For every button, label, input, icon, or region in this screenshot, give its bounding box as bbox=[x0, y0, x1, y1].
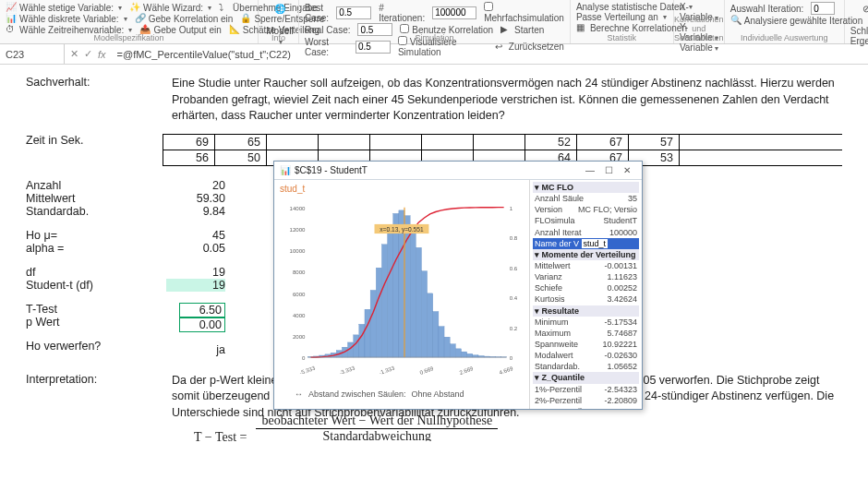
svg-rect-27 bbox=[381, 245, 387, 357]
val-ho: 45 bbox=[166, 229, 225, 242]
group-info: Info bbox=[259, 33, 298, 42]
histogram-chart: 1400012000100008000600040002000010.80.60… bbox=[280, 194, 524, 388]
svg-rect-35 bbox=[428, 293, 433, 357]
group-indiv: Individuelle Auswertung bbox=[725, 33, 844, 42]
svg-text:0.8: 0.8 bbox=[510, 234, 518, 241]
wizard-icon: ✨ bbox=[129, 2, 140, 13]
chart-series-label: stud_t bbox=[280, 184, 524, 194]
svg-text:-1.333: -1.333 bbox=[378, 365, 395, 377]
svg-text:14000: 14000 bbox=[290, 205, 307, 211]
table-cell bbox=[266, 135, 318, 150]
slider-icon[interactable]: ↔ bbox=[295, 389, 303, 399]
name-box[interactable]: C23 bbox=[0, 44, 65, 64]
lbl-std: Standardab. bbox=[26, 205, 148, 218]
svg-rect-23 bbox=[359, 324, 365, 357]
dialog-titlebar[interactable]: 📊 $C$19 - StudentT — ☐ ✕ bbox=[274, 162, 642, 180]
svg-rect-43 bbox=[473, 355, 478, 357]
input-iter[interactable] bbox=[432, 6, 476, 19]
table-cell: 50 bbox=[214, 150, 266, 165]
grid-icon: ▦ bbox=[576, 22, 587, 33]
accept-icon: ⤵ bbox=[219, 2, 230, 13]
svg-rect-32 bbox=[410, 228, 416, 357]
close-results-icon: ⊘ bbox=[856, 4, 868, 24]
svg-rect-25 bbox=[370, 290, 376, 357]
svg-text:x=0.13, y=0.551: x=0.13, y=0.551 bbox=[380, 226, 424, 234]
svg-text:0.4: 0.4 bbox=[510, 294, 518, 301]
lbl-sachverhalt: Sachverhalt: bbox=[26, 76, 148, 125]
chart-title-icon: 📊 bbox=[280, 165, 291, 175]
chk-benutze[interactable] bbox=[400, 24, 409, 33]
lock-icon: 🔒 bbox=[240, 13, 251, 24]
val-studt: 19 bbox=[166, 279, 225, 292]
group-korrsens: Korrelationen und Sensitivitäten bbox=[674, 15, 724, 42]
lbl-interp: Interpretation: bbox=[26, 373, 148, 422]
undo-icon: ↩ bbox=[495, 42, 506, 53]
table-cell: 67 bbox=[576, 135, 628, 150]
lbl-abstand: Abstand zwischen Säulen: bbox=[308, 389, 406, 399]
maximize-icon[interactable]: ☐ bbox=[599, 165, 618, 175]
worksheet[interactable]: Sachverhalt: Eine Studie unter Raucher s… bbox=[0, 65, 868, 441]
minimize-icon[interactable]: — bbox=[581, 165, 599, 175]
btn-korr-ein[interactable]: 🔗Gebe Korrelation ein bbox=[135, 13, 234, 24]
svg-text:0.669: 0.669 bbox=[418, 365, 434, 376]
group-modelspec: Modellspezifikation bbox=[0, 33, 258, 42]
svg-rect-36 bbox=[433, 311, 439, 357]
svg-rect-37 bbox=[439, 327, 444, 357]
group-simulation: Simulation bbox=[299, 33, 570, 42]
svg-text:-3.333: -3.333 bbox=[338, 365, 356, 377]
table-cell bbox=[318, 135, 369, 150]
lbl-alpha: alpha = bbox=[26, 242, 148, 255]
val-df: 19 bbox=[166, 266, 225, 279]
svg-text:0.2: 0.2 bbox=[510, 325, 518, 331]
svg-text:4.669: 4.669 bbox=[499, 365, 514, 376]
svg-text:2.669: 2.669 bbox=[458, 365, 474, 376]
table-cell: 56 bbox=[163, 150, 214, 165]
bars-icon: 📊 bbox=[6, 13, 17, 24]
fx-icon[interactable]: fx bbox=[98, 49, 106, 60]
svg-text:-5.333: -5.333 bbox=[298, 365, 316, 377]
svg-rect-33 bbox=[416, 247, 421, 357]
link-icon: 🔗 bbox=[135, 13, 146, 24]
svg-rect-34 bbox=[421, 271, 427, 357]
chart-dialog[interactable]: 📊 $C$19 - StudentT — ☐ ✕ stud_t 14000120… bbox=[273, 161, 643, 410]
btn-berechne-korr[interactable]: ▦Berechne Korrelationen bbox=[576, 22, 687, 33]
lbl-mittel: Mittelwert bbox=[26, 192, 148, 205]
dd-variable[interactable]: Variable bbox=[680, 42, 718, 53]
table-cell: 57 bbox=[628, 135, 680, 150]
search-icon: 🔍 bbox=[730, 15, 741, 26]
stats-panel[interactable]: ▾ MC FLOAnzahl Säule35VersionMC FLO; Ver… bbox=[529, 180, 642, 409]
svg-text:2000: 2000 bbox=[293, 333, 306, 340]
lbl-studt: Student-t (df) bbox=[26, 279, 148, 292]
lbl-ttest: T-Test bbox=[26, 303, 148, 316]
val-pwert: 0.00 bbox=[179, 317, 225, 332]
lbl-pwert: p Wert bbox=[26, 316, 148, 329]
chk-mehrfach[interactable] bbox=[484, 2, 493, 11]
lbl-auswahl: Auswahl Iteration: bbox=[730, 4, 804, 14]
table-cell: 69 bbox=[163, 135, 214, 150]
input-best[interactable] bbox=[336, 6, 371, 19]
btn-diskrete[interactable]: 📊Wähle diskrete Variable: bbox=[6, 13, 127, 24]
ttest-formula: T − Test = beobachteter Wert − Wert der … bbox=[194, 413, 498, 441]
btn-passe[interactable]: Passe Verteilung an bbox=[576, 12, 667, 22]
btn-stetige[interactable]: 📈Wähle stetige Variable: bbox=[6, 2, 122, 13]
svg-rect-29 bbox=[393, 213, 399, 357]
val-verwerfen: ja bbox=[166, 343, 225, 356]
svg-text:8000: 8000 bbox=[293, 269, 306, 275]
cancel-icon[interactable]: ✕ bbox=[70, 48, 78, 60]
btn-analysiere-iter[interactable]: 🔍Analysiere gewählte Iteration bbox=[730, 15, 862, 26]
lbl-zeit: Zeit in Sek. bbox=[26, 134, 148, 147]
svg-text:0: 0 bbox=[302, 354, 306, 361]
table-cell: 65 bbox=[214, 135, 266, 150]
val-mittel: 59.30 bbox=[166, 192, 225, 205]
enter-icon[interactable]: ✓ bbox=[84, 48, 92, 60]
btn-wizard[interactable]: ✨Wähle Wizard: bbox=[129, 2, 211, 13]
close-icon[interactable]: ✕ bbox=[618, 165, 636, 175]
svg-text:10000: 10000 bbox=[290, 247, 307, 254]
input-auswahl[interactable] bbox=[811, 2, 835, 15]
ribbon: 📈Wähle stetige Variable: ✨Wähle Wizard: … bbox=[0, 0, 868, 44]
svg-rect-40 bbox=[455, 349, 461, 357]
btn-zuruck[interactable]: ↩Zurücksetzen bbox=[495, 42, 564, 53]
table-cell bbox=[421, 135, 473, 150]
svg-text:1: 1 bbox=[510, 205, 513, 211]
lbl-anzahl: Anzahl bbox=[26, 179, 148, 192]
